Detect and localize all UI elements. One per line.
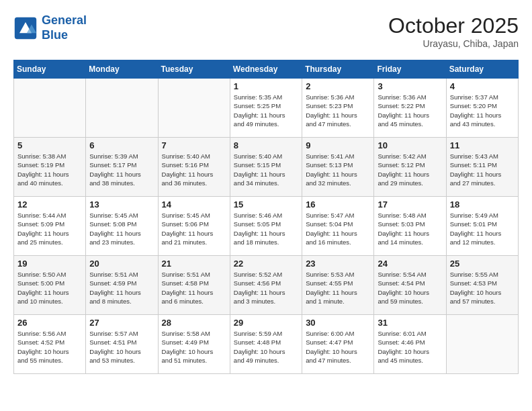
day-info: Sunrise: 5:48 AM Sunset: 5:03 PM Dayligh… <box>378 211 442 246</box>
calendar-cell: 28Sunrise: 5:58 AM Sunset: 4:49 PM Dayli… <box>158 315 230 374</box>
calendar-cell: 27Sunrise: 5:57 AM Sunset: 4:51 PM Dayli… <box>86 315 158 374</box>
calendar-cell: 15Sunrise: 5:46 AM Sunset: 5:05 PM Dayli… <box>230 197 302 256</box>
day-number: 10 <box>378 140 442 150</box>
day-info: Sunrise: 5:49 AM Sunset: 5:01 PM Dayligh… <box>450 211 515 246</box>
day-info: Sunrise: 5:36 AM Sunset: 5:22 PM Dayligh… <box>378 93 442 128</box>
calendar-cell: 18Sunrise: 5:49 AM Sunset: 5:01 PM Dayli… <box>446 197 518 256</box>
calendar-cell: 20Sunrise: 5:51 AM Sunset: 4:59 PM Dayli… <box>86 256 158 315</box>
calendar-cell: 11Sunrise: 5:43 AM Sunset: 5:11 PM Dayli… <box>446 138 518 197</box>
logo: General Blue <box>13 13 87 42</box>
calendar-cell: 22Sunrise: 5:52 AM Sunset: 4:56 PM Dayli… <box>230 256 302 315</box>
day-info: Sunrise: 5:50 AM Sunset: 5:00 PM Dayligh… <box>17 270 82 306</box>
day-info: Sunrise: 5:37 AM Sunset: 5:20 PM Dayligh… <box>450 93 515 128</box>
day-number: 30 <box>306 318 370 328</box>
day-info: Sunrise: 5:51 AM Sunset: 4:59 PM Dayligh… <box>89 270 154 306</box>
calendar-cell: 13Sunrise: 5:45 AM Sunset: 5:08 PM Dayli… <box>86 197 158 256</box>
day-info: Sunrise: 5:58 AM Sunset: 4:49 PM Dayligh… <box>162 329 226 365</box>
day-number: 9 <box>306 140 370 150</box>
day-number: 16 <box>306 199 370 210</box>
calendar-cell: 16Sunrise: 5:47 AM Sunset: 5:04 PM Dayli… <box>302 197 374 256</box>
day-number: 11 <box>450 140 515 150</box>
day-info: Sunrise: 5:53 AM Sunset: 4:55 PM Dayligh… <box>306 270 370 306</box>
calendar-cell: 21Sunrise: 5:51 AM Sunset: 4:58 PM Dayli… <box>158 256 230 315</box>
day-number: 18 <box>450 199 515 210</box>
day-number: 17 <box>378 199 442 210</box>
location: Urayasu, Chiba, Japan <box>388 38 519 49</box>
day-number: 4 <box>450 81 515 91</box>
calendar-cell: 10Sunrise: 5:42 AM Sunset: 5:12 PM Dayli… <box>374 138 446 197</box>
weekday-header-thursday: Thursday <box>302 60 374 79</box>
day-info: Sunrise: 6:01 AM Sunset: 4:46 PM Dayligh… <box>378 329 442 365</box>
month-title: October 2025 <box>388 13 519 38</box>
day-number: 21 <box>162 259 226 269</box>
day-number: 31 <box>378 318 442 328</box>
calendar-cell: 29Sunrise: 5:59 AM Sunset: 4:48 PM Dayli… <box>230 315 302 374</box>
day-number: 28 <box>162 318 226 328</box>
week-row-1: 1Sunrise: 5:35 AM Sunset: 5:25 PM Daylig… <box>14 79 519 138</box>
weekday-header-friday: Friday <box>374 60 446 79</box>
day-number: 2 <box>306 81 370 91</box>
week-row-4: 19Sunrise: 5:50 AM Sunset: 5:00 PM Dayli… <box>14 256 519 315</box>
day-info: Sunrise: 5:44 AM Sunset: 5:09 PM Dayligh… <box>17 211 82 246</box>
calendar-cell: 6Sunrise: 5:39 AM Sunset: 5:17 PM Daylig… <box>86 138 158 197</box>
day-info: Sunrise: 5:55 AM Sunset: 4:53 PM Dayligh… <box>450 270 515 306</box>
day-info: Sunrise: 5:56 AM Sunset: 4:52 PM Dayligh… <box>17 329 82 365</box>
day-number: 5 <box>17 140 82 150</box>
day-info: Sunrise: 5:57 AM Sunset: 4:51 PM Dayligh… <box>89 329 154 365</box>
calendar-cell <box>158 79 230 138</box>
day-info: Sunrise: 5:45 AM Sunset: 5:06 PM Dayligh… <box>162 211 226 246</box>
weekday-header-monday: Monday <box>86 60 158 79</box>
calendar-cell: 26Sunrise: 5:56 AM Sunset: 4:52 PM Dayli… <box>14 315 86 374</box>
calendar-cell: 24Sunrise: 5:54 AM Sunset: 4:54 PM Dayli… <box>374 256 446 315</box>
calendar-cell: 23Sunrise: 5:53 AM Sunset: 4:55 PM Dayli… <box>302 256 374 315</box>
day-number: 6 <box>89 140 154 150</box>
logo-icon <box>13 16 38 40</box>
day-info: Sunrise: 5:40 AM Sunset: 5:15 PM Dayligh… <box>234 152 298 187</box>
day-info: Sunrise: 5:54 AM Sunset: 4:54 PM Dayligh… <box>378 270 442 306</box>
day-number: 25 <box>450 259 515 269</box>
day-info: Sunrise: 6:00 AM Sunset: 4:47 PM Dayligh… <box>306 329 370 365</box>
day-number: 23 <box>306 259 370 269</box>
day-info: Sunrise: 5:35 AM Sunset: 5:25 PM Dayligh… <box>234 93 298 128</box>
day-number: 7 <box>162 140 226 150</box>
day-number: 19 <box>17 259 82 269</box>
day-info: Sunrise: 5:43 AM Sunset: 5:11 PM Dayligh… <box>450 152 515 187</box>
logo-line2: Blue <box>42 28 68 42</box>
day-info: Sunrise: 5:45 AM Sunset: 5:08 PM Dayligh… <box>89 211 154 246</box>
day-number: 29 <box>234 318 298 328</box>
day-info: Sunrise: 5:46 AM Sunset: 5:05 PM Dayligh… <box>234 211 298 246</box>
day-number: 24 <box>378 259 442 269</box>
week-row-2: 5Sunrise: 5:38 AM Sunset: 5:19 PM Daylig… <box>14 138 519 197</box>
weekday-header-row: SundayMondayTuesdayWednesdayThursdayFrid… <box>14 60 519 79</box>
day-number: 20 <box>89 259 154 269</box>
day-info: Sunrise: 5:51 AM Sunset: 4:58 PM Dayligh… <box>162 270 226 306</box>
calendar-cell <box>14 79 86 138</box>
calendar-cell: 3Sunrise: 5:36 AM Sunset: 5:22 PM Daylig… <box>374 79 446 138</box>
day-number: 26 <box>17 318 82 328</box>
day-info: Sunrise: 5:47 AM Sunset: 5:04 PM Dayligh… <box>306 211 370 246</box>
calendar-table: SundayMondayTuesdayWednesdayThursdayFrid… <box>13 60 519 374</box>
calendar-cell: 5Sunrise: 5:38 AM Sunset: 5:19 PM Daylig… <box>14 138 86 197</box>
day-info: Sunrise: 5:36 AM Sunset: 5:23 PM Dayligh… <box>306 93 370 128</box>
weekday-header-saturday: Saturday <box>446 60 518 79</box>
week-row-3: 12Sunrise: 5:44 AM Sunset: 5:09 PM Dayli… <box>14 197 519 256</box>
calendar-cell: 7Sunrise: 5:40 AM Sunset: 5:16 PM Daylig… <box>158 138 230 197</box>
day-number: 1 <box>234 81 298 91</box>
calendar-cell: 2Sunrise: 5:36 AM Sunset: 5:23 PM Daylig… <box>302 79 374 138</box>
calendar-cell: 8Sunrise: 5:40 AM Sunset: 5:15 PM Daylig… <box>230 138 302 197</box>
logo-line1: General <box>42 13 87 27</box>
day-number: 15 <box>234 199 298 210</box>
weekday-header-wednesday: Wednesday <box>230 60 302 79</box>
calendar-cell: 9Sunrise: 5:41 AM Sunset: 5:13 PM Daylig… <box>302 138 374 197</box>
calendar-cell: 19Sunrise: 5:50 AM Sunset: 5:00 PM Dayli… <box>14 256 86 315</box>
calendar-cell: 31Sunrise: 6:01 AM Sunset: 4:46 PM Dayli… <box>374 315 446 374</box>
day-number: 27 <box>89 318 154 328</box>
day-number: 12 <box>17 199 82 210</box>
day-info: Sunrise: 5:42 AM Sunset: 5:12 PM Dayligh… <box>378 152 442 187</box>
day-number: 22 <box>234 259 298 269</box>
day-number: 3 <box>378 81 442 91</box>
day-info: Sunrise: 5:39 AM Sunset: 5:17 PM Dayligh… <box>89 152 154 187</box>
day-info: Sunrise: 5:38 AM Sunset: 5:19 PM Dayligh… <box>17 152 82 187</box>
day-number: 8 <box>234 140 298 150</box>
title-block: October 2025 Urayasu, Chiba, Japan <box>388 13 519 49</box>
